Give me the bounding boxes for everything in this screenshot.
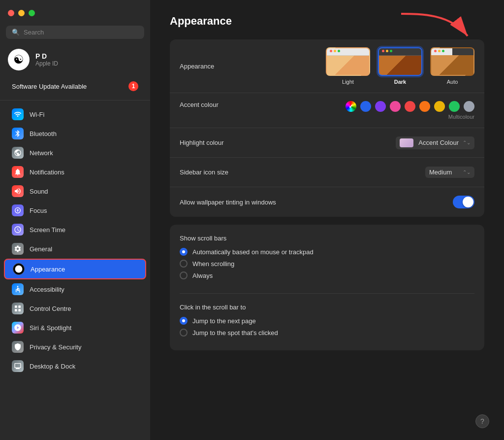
wallpaper-tinting-row: Allow wallpaper tinting in windows [170,187,484,217]
svg-rect-3 [18,305,21,308]
sidebar-item-label-general: General [30,245,52,253]
sidebar-list: Wi-Fi Bluetooth Network Notifications So [0,102,150,440]
accent-dot-orange[interactable] [419,101,430,112]
thumb-dot-green-light [338,50,340,52]
close-button[interactable] [8,10,14,16]
sidebar-item-label-privacy: Privacy & Security [30,343,81,351]
scroll-always-label: Always [192,272,213,279]
sidebar-item-network[interactable]: Network [4,143,146,162]
sidebar-item-label-screentime: Screen Time [30,226,65,234]
appearance-label-light: Light [342,79,354,85]
click-spot-label: Jump to the spot that's clicked [192,329,278,337]
sidebar-item-wifi[interactable]: Wi-Fi [4,105,146,124]
accent-dot-yellow[interactable] [434,101,445,112]
minimize-button[interactable] [18,10,25,16]
appearance-icon [13,263,25,275]
thumb-dot-red-light [330,50,332,52]
main-content: Appearance Appearance Light [150,0,504,440]
scroll-always-option[interactable]: Always [180,271,474,279]
click-next-page-radio[interactable] [180,317,188,325]
sidebar-icon-size-select[interactable]: Medium ⌃⌄ [425,167,474,178]
chevron-updown-icon2: ⌃⌄ [463,169,471,175]
highlight-colour-row: Highlight colour Accent Colour ⌃⌄ [170,128,484,158]
appearance-option-dark[interactable]: Dark [378,47,422,85]
scroll-auto-option[interactable]: Automatically based on mouse or trackpad [180,248,474,256]
sidebar-item-siri[interactable]: Siri & Spotlight [4,318,146,337]
accent-colour-row: Accent colour Multicolour [170,93,484,128]
thumb-dot-red-dark [382,50,384,52]
sidebar-icon-size-label: Sidebar icon size [180,169,288,176]
sidebar-item-desktop[interactable]: Desktop & Dock [4,357,146,375]
accent-dot-gray[interactable] [464,101,474,112]
screentime-icon [12,224,24,236]
click-spot-radio[interactable] [180,329,188,337]
thumb-dot-red-auto [434,50,437,52]
scroll-auto-label: Automatically based on mouse or trackpad [192,248,314,256]
sidebar-item-label-controlcentre: Control Centre [30,305,71,312]
accent-dot-blue[interactable] [360,101,371,112]
sidebar: 🔍 ☯ P D Apple ID Software Update Availab… [0,0,150,440]
svg-point-1 [17,286,19,287]
chevron-updown-icon: ⌃⌄ [463,140,471,145]
titlebar [0,0,150,26]
sidebar-item-controlcentre[interactable]: Control Centre [4,299,146,318]
sidebar-item-label-wifi: Wi-Fi [30,111,44,118]
search-bar[interactable]: 🔍 [6,26,144,39]
accessibility-icon [12,283,24,295]
appearance-row-label: Appearance [180,63,288,70]
sidebar-item-sound[interactable]: Sound [4,182,146,201]
sidebar-item-notifications[interactable]: Notifications [4,163,146,181]
sidebar-item-label-siri: Siri & Spotlight [30,324,71,332]
sidebar-item-bluetooth[interactable]: Bluetooth [4,124,146,143]
highlight-colour-value: Accent Colour [418,139,459,146]
sidebar-item-accessibility[interactable]: Accessibility [4,280,146,299]
wallpaper-tinting-toggle[interactable] [453,196,474,208]
scroll-bars-card: Show scroll bars Automatically based on … [170,225,484,350]
appearance-thumb-dark [378,47,422,76]
sidebar-item-privacy[interactable]: Privacy & Security [4,338,146,356]
appearance-options: Light Dark [326,47,474,85]
sidebar-item-label-notifications: Notifications [30,169,64,176]
sidebar-icon-size-control: Medium ⌃⌄ [425,167,474,178]
accent-dot-multicolor[interactable] [346,101,356,112]
accent-dot-pink[interactable] [390,101,401,112]
search-icon: 🔍 [12,29,20,36]
accent-dots [346,101,474,112]
click-spot-option[interactable]: Jump to the spot that's clicked [180,329,474,337]
sidebar-item-appearance[interactable]: Appearance [4,259,146,279]
sidebar-item-general[interactable]: General [4,239,146,258]
help-button[interactable]: ? [475,414,489,428]
update-banner[interactable]: Software Update Available 1 [6,77,144,95]
scroll-when-scrolling-radio[interactable] [180,260,188,268]
accent-dot-red[interactable] [405,101,415,112]
sidebar-item-label-appearance: Appearance [31,266,65,273]
appearance-option-light[interactable]: Light [326,47,370,85]
accent-dot-green[interactable] [449,101,460,112]
sidebar-item-screentime[interactable]: Screen Time [4,220,146,239]
update-text: Software Update Available [12,83,87,90]
sidebar-item-label-bluetooth: Bluetooth [30,130,57,137]
scroll-when-scrolling-option[interactable]: When scrolling [180,260,474,268]
wallpaper-tinting-label: Allow wallpaper tinting in windows [180,199,288,206]
privacy-icon [12,341,24,353]
update-badge: 1 [128,81,138,91]
scroll-auto-radio[interactable] [180,248,188,256]
sidebar-item-label-desktop: Desktop & Dock [30,363,75,370]
accent-dot-purple[interactable] [375,101,386,112]
sidebar-item-focus[interactable]: Focus [4,201,146,220]
sidebar-icon-size-row: Sidebar icon size Medium ⌃⌄ [170,158,484,187]
maximize-button[interactable] [29,10,35,16]
click-next-page-option[interactable]: Jump to the next page [180,317,474,325]
sidebar-icon-size-value: Medium [429,169,452,176]
user-section[interactable]: ☯ P D Apple ID [0,45,150,74]
highlight-colour-select[interactable]: Accent Colour ⌃⌄ [396,136,474,149]
focus-icon [12,204,24,216]
wifi-icon [12,108,24,120]
search-input[interactable] [24,29,138,36]
wallpaper-tinting-control [453,196,474,208]
scroll-always-radio[interactable] [180,271,188,279]
svg-rect-4 [15,309,17,311]
scroll-when-scrolling-label: When scrolling [192,260,234,268]
appearance-thumb-light [326,47,370,76]
appearance-option-auto[interactable]: Auto [430,47,474,85]
